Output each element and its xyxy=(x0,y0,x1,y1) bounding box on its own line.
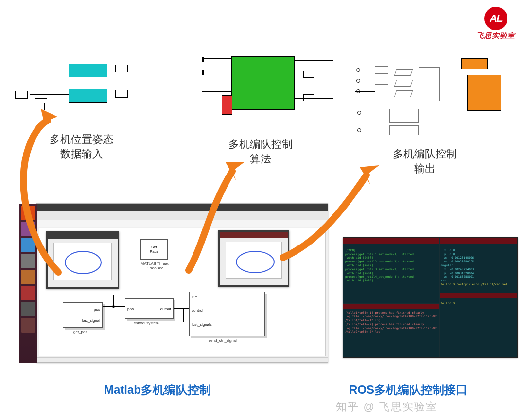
brand-logo: AL 飞思实验室 xyxy=(476,7,515,40)
scope-window-1[interactable] xyxy=(46,231,119,289)
plot-area xyxy=(226,242,282,279)
wire xyxy=(174,308,189,309)
port-label: pos xyxy=(127,307,134,311)
terminal-pane-4[interactable]: tello5 $ xyxy=(440,298,515,352)
port-label: lost_signal xyxy=(82,318,100,323)
port-label: pos xyxy=(82,307,100,312)
cyan-block-2 xyxy=(69,89,107,103)
terminal-titlebar xyxy=(343,238,439,244)
cyan-block-1 xyxy=(69,64,107,77)
orange-block xyxy=(461,58,488,69)
pane-divider xyxy=(343,303,439,304)
matlab-screenshot: Set Pace MATLAB Thread 1 sec/sec pos los… xyxy=(36,203,328,363)
small-box xyxy=(115,90,128,98)
label-output: 多机编队控制 输出 xyxy=(393,147,457,175)
red-block xyxy=(222,95,232,115)
launcher-icon[interactable] xyxy=(21,270,35,284)
ubuntu-launcher xyxy=(19,204,37,363)
mini-diagram-input xyxy=(10,63,156,126)
logo-mark: AL xyxy=(484,7,508,30)
block-text: Set xyxy=(151,245,157,249)
wire xyxy=(113,295,114,306)
launcher-icon[interactable] xyxy=(21,318,35,332)
small-box xyxy=(303,71,314,78)
block-name: send_ctrl_signal xyxy=(209,338,237,343)
svg-marker-2 xyxy=(360,165,379,185)
label-algorithm: 多机编队控制 算法 xyxy=(228,137,293,166)
launcher-icon[interactable] xyxy=(21,286,35,300)
scope-titlebar xyxy=(220,232,288,238)
launcher-icon[interactable] xyxy=(21,238,35,252)
launcher-icon[interactable] xyxy=(21,302,35,316)
wire xyxy=(113,295,189,295)
simulink-canvas[interactable]: Set Pace MATLAB Thread 1 sec/sec pos los… xyxy=(39,228,326,356)
launcher-icon[interactable] xyxy=(21,254,35,268)
set-pace-block[interactable]: Set Pace xyxy=(140,239,168,260)
logo-text: 飞思实验室 xyxy=(476,31,515,40)
terminal-titlebar xyxy=(439,238,517,244)
launcher-icon[interactable] xyxy=(21,206,35,220)
plot-area xyxy=(53,243,112,280)
wire-junction xyxy=(112,305,115,308)
terminal-pane-3[interactable]: [tello1/tello-1] process has finished cl… xyxy=(345,307,438,355)
launcher-icon[interactable] xyxy=(21,222,35,236)
wire xyxy=(107,94,115,94)
mini-diagram-output xyxy=(355,56,510,143)
wire xyxy=(107,69,115,69)
scope-window-2[interactable] xyxy=(218,230,289,287)
port-label: output xyxy=(160,307,171,311)
small-box xyxy=(115,65,128,72)
trajectory-ellipse xyxy=(236,251,275,273)
scope-titlebar xyxy=(48,233,118,239)
window-titlebar xyxy=(37,204,328,211)
caption-matlab: Matlab多机编队控制 xyxy=(104,382,211,398)
pane-divider xyxy=(439,238,440,357)
send-ctrl-block[interactable]: pos control lost_signals xyxy=(189,292,265,336)
small-box xyxy=(133,68,147,78)
wire xyxy=(30,94,69,95)
terminal-pane-1[interactable]: [INFO] process[get_rotil1_set_node-1]: s… xyxy=(345,245,438,292)
trajectory-ellipse xyxy=(65,251,102,274)
get-pos-block[interactable]: pos lost_signal xyxy=(63,302,103,328)
wire xyxy=(183,308,184,322)
orange-block xyxy=(467,75,501,111)
terminal-pane-2[interactable]: x: 0.0 y: 0.0 z: -0.00123145006 w: -0.00… xyxy=(440,245,515,295)
mini-diagram-algorithm xyxy=(202,51,338,134)
simulink-tabs[interactable] xyxy=(37,220,328,227)
port-label: lost_signals xyxy=(192,322,212,327)
label-input: 多机位置姿态 数据输入 xyxy=(50,132,114,161)
block-text: Pace xyxy=(150,249,158,254)
ros-screenshot: [INFO] process[get_rotil1_set_node-1]: s… xyxy=(343,237,518,358)
small-box xyxy=(303,94,314,101)
caption-ros: ROS多机编队控制接口 xyxy=(349,382,468,398)
watermark: 知乎 @ 飞思实验室 xyxy=(336,400,438,414)
statusbar xyxy=(37,357,328,362)
simulink-toolbar[interactable] xyxy=(37,211,328,220)
port-label: control xyxy=(192,308,203,313)
block-caption: MATLAB Thread 1 sec/sec xyxy=(136,262,175,270)
small-box xyxy=(44,103,53,110)
port-label: pos xyxy=(192,294,198,298)
green-block xyxy=(231,56,295,110)
small-box xyxy=(35,91,47,99)
block-name: get_pos xyxy=(73,330,87,334)
control-system-block[interactable]: pos output xyxy=(125,298,174,319)
wire xyxy=(103,322,189,322)
small-box xyxy=(15,91,28,99)
